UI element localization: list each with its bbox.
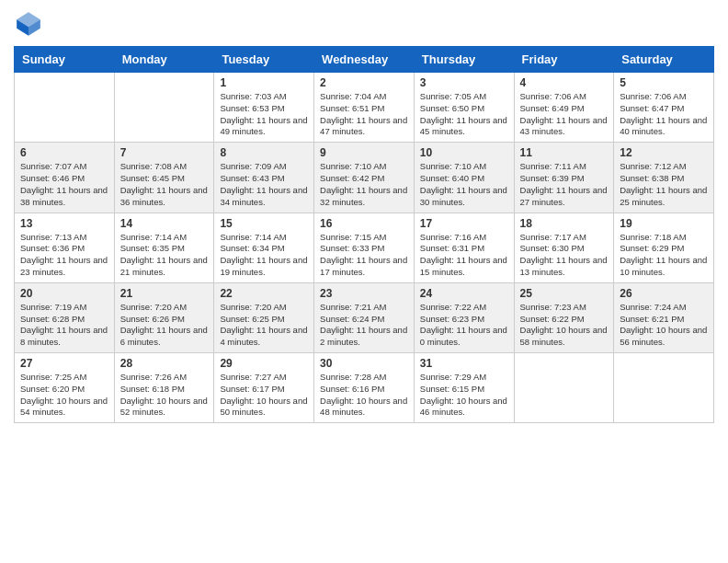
calendar-week-row: 1Sunrise: 7:03 AM Sunset: 6:53 PM Daylig… [15, 73, 714, 143]
day-info: Sunrise: 7:17 AM Sunset: 6:30 PM Dayligh… [520, 232, 609, 279]
day-number: 9 [320, 146, 408, 159]
day-number: 24 [420, 287, 508, 300]
calendar-day-cell: 2Sunrise: 7:04 AM Sunset: 6:51 PM Daylig… [314, 73, 415, 143]
calendar-day-cell: 27Sunrise: 7:25 AM Sunset: 6:20 PM Dayli… [15, 353, 115, 423]
calendar-day-cell: 15Sunrise: 7:14 AM Sunset: 6:34 PM Dayli… [214, 213, 314, 282]
day-number: 5 [620, 76, 708, 89]
day-number: 31 [420, 357, 508, 370]
day-number: 18 [520, 217, 609, 230]
calendar-day-cell: 26Sunrise: 7:24 AM Sunset: 6:21 PM Dayli… [614, 282, 714, 352]
calendar-day-cell: 25Sunrise: 7:23 AM Sunset: 6:22 PM Dayli… [514, 282, 614, 352]
logo [14, 9, 45, 39]
day-number: 4 [520, 76, 609, 89]
day-number: 3 [420, 76, 508, 89]
day-info: Sunrise: 7:20 AM Sunset: 6:25 PM Dayligh… [220, 302, 308, 349]
calendar-header-row: SundayMondayTuesdayWednesdayThursdayFrid… [15, 47, 714, 73]
calendar-day-cell: 1Sunrise: 7:03 AM Sunset: 6:53 PM Daylig… [214, 73, 314, 143]
day-number: 30 [320, 357, 408, 370]
day-info: Sunrise: 7:10 AM Sunset: 6:40 PM Dayligh… [420, 161, 508, 208]
day-number: 1 [220, 76, 308, 89]
day-info: Sunrise: 7:05 AM Sunset: 6:50 PM Dayligh… [420, 91, 508, 138]
day-info: Sunrise: 7:09 AM Sunset: 6:43 PM Dayligh… [220, 161, 308, 208]
calendar-week-row: 6Sunrise: 7:07 AM Sunset: 6:46 PM Daylig… [15, 143, 714, 213]
day-number: 28 [120, 357, 209, 370]
day-number: 15 [220, 217, 308, 230]
day-number: 12 [620, 146, 708, 159]
day-number: 20 [20, 287, 108, 300]
day-info: Sunrise: 7:04 AM Sunset: 6:51 PM Dayligh… [320, 91, 408, 138]
calendar-day-cell: 19Sunrise: 7:18 AM Sunset: 6:29 PM Dayli… [614, 213, 714, 282]
calendar-day-cell [514, 353, 614, 423]
day-info: Sunrise: 7:16 AM Sunset: 6:31 PM Dayligh… [420, 232, 508, 279]
day-number: 7 [120, 146, 209, 159]
calendar-week-row: 27Sunrise: 7:25 AM Sunset: 6:20 PM Dayli… [15, 353, 714, 423]
calendar-day-cell: 24Sunrise: 7:22 AM Sunset: 6:23 PM Dayli… [414, 282, 514, 352]
day-number: 17 [420, 217, 508, 230]
day-info: Sunrise: 7:10 AM Sunset: 6:42 PM Dayligh… [320, 161, 408, 208]
day-info: Sunrise: 7:25 AM Sunset: 6:20 PM Dayligh… [20, 372, 108, 419]
day-number: 11 [520, 146, 609, 159]
calendar-day-header: Monday [114, 47, 214, 73]
day-info: Sunrise: 7:20 AM Sunset: 6:26 PM Dayligh… [120, 302, 209, 349]
day-number: 13 [20, 217, 108, 230]
calendar-day-cell: 10Sunrise: 7:10 AM Sunset: 6:40 PM Dayli… [414, 143, 514, 213]
calendar-day-cell: 16Sunrise: 7:15 AM Sunset: 6:33 PM Dayli… [314, 213, 415, 282]
day-number: 23 [320, 287, 408, 300]
calendar-day-cell: 21Sunrise: 7:20 AM Sunset: 6:26 PM Dayli… [114, 282, 214, 352]
calendar-day-header: Sunday [15, 47, 115, 73]
day-info: Sunrise: 7:26 AM Sunset: 6:18 PM Dayligh… [120, 372, 209, 419]
day-info: Sunrise: 7:14 AM Sunset: 6:34 PM Dayligh… [220, 232, 308, 279]
header [14, 9, 714, 39]
calendar-table: SundayMondayTuesdayWednesdayThursdayFrid… [14, 46, 714, 423]
calendar-day-cell: 9Sunrise: 7:10 AM Sunset: 6:42 PM Daylig… [314, 143, 415, 213]
calendar-day-cell: 31Sunrise: 7:29 AM Sunset: 6:15 PM Dayli… [414, 353, 514, 423]
day-info: Sunrise: 7:11 AM Sunset: 6:39 PM Dayligh… [520, 161, 609, 208]
day-info: Sunrise: 7:14 AM Sunset: 6:35 PM Dayligh… [120, 232, 209, 279]
day-number: 22 [220, 287, 308, 300]
day-info: Sunrise: 7:12 AM Sunset: 6:38 PM Dayligh… [620, 161, 708, 208]
calendar-day-header: Saturday [614, 47, 714, 73]
calendar-day-cell: 23Sunrise: 7:21 AM Sunset: 6:24 PM Dayli… [314, 282, 415, 352]
day-info: Sunrise: 7:24 AM Sunset: 6:21 PM Dayligh… [620, 302, 708, 349]
calendar-day-cell: 22Sunrise: 7:20 AM Sunset: 6:25 PM Dayli… [214, 282, 314, 352]
calendar-day-cell: 28Sunrise: 7:26 AM Sunset: 6:18 PM Dayli… [114, 353, 214, 423]
calendar-day-header: Thursday [414, 47, 514, 73]
day-number: 21 [120, 287, 209, 300]
calendar-day-cell: 11Sunrise: 7:11 AM Sunset: 6:39 PM Dayli… [514, 143, 614, 213]
day-number: 8 [220, 146, 308, 159]
day-info: Sunrise: 7:28 AM Sunset: 6:16 PM Dayligh… [320, 372, 408, 419]
calendar-day-cell: 6Sunrise: 7:07 AM Sunset: 6:46 PM Daylig… [15, 143, 115, 213]
page: SundayMondayTuesdayWednesdayThursdayFrid… [0, 0, 728, 563]
day-info: Sunrise: 7:06 AM Sunset: 6:47 PM Dayligh… [620, 91, 708, 138]
day-number: 29 [220, 357, 308, 370]
calendar-day-cell: 18Sunrise: 7:17 AM Sunset: 6:30 PM Dayli… [514, 213, 614, 282]
day-number: 27 [20, 357, 108, 370]
day-number: 26 [620, 287, 708, 300]
day-info: Sunrise: 7:03 AM Sunset: 6:53 PM Dayligh… [220, 91, 308, 138]
calendar-day-cell: 17Sunrise: 7:16 AM Sunset: 6:31 PM Dayli… [414, 213, 514, 282]
calendar-day-header: Friday [514, 47, 614, 73]
calendar-day-cell: 12Sunrise: 7:12 AM Sunset: 6:38 PM Dayli… [614, 143, 714, 213]
calendar-day-cell: 13Sunrise: 7:13 AM Sunset: 6:36 PM Dayli… [15, 213, 115, 282]
day-number: 2 [320, 76, 408, 89]
logo-icon [14, 9, 43, 39]
calendar-day-cell: 7Sunrise: 7:08 AM Sunset: 6:45 PM Daylig… [114, 143, 214, 213]
day-info: Sunrise: 7:13 AM Sunset: 6:36 PM Dayligh… [20, 232, 108, 279]
calendar-week-row: 20Sunrise: 7:19 AM Sunset: 6:28 PM Dayli… [15, 282, 714, 352]
calendar-day-cell [15, 73, 115, 143]
day-info: Sunrise: 7:18 AM Sunset: 6:29 PM Dayligh… [620, 232, 708, 279]
calendar-day-header: Wednesday [314, 47, 415, 73]
calendar-day-cell: 4Sunrise: 7:06 AM Sunset: 6:49 PM Daylig… [514, 73, 614, 143]
calendar-day-header: Tuesday [214, 47, 314, 73]
day-number: 6 [20, 146, 108, 159]
calendar-day-cell: 3Sunrise: 7:05 AM Sunset: 6:50 PM Daylig… [414, 73, 514, 143]
day-info: Sunrise: 7:08 AM Sunset: 6:45 PM Dayligh… [120, 161, 209, 208]
calendar-day-cell: 20Sunrise: 7:19 AM Sunset: 6:28 PM Dayli… [15, 282, 115, 352]
calendar-day-cell: 30Sunrise: 7:28 AM Sunset: 6:16 PM Dayli… [314, 353, 415, 423]
calendar-week-row: 13Sunrise: 7:13 AM Sunset: 6:36 PM Dayli… [15, 213, 714, 282]
day-number: 25 [520, 287, 609, 300]
calendar-day-cell [114, 73, 214, 143]
calendar-day-cell: 8Sunrise: 7:09 AM Sunset: 6:43 PM Daylig… [214, 143, 314, 213]
day-number: 10 [420, 146, 508, 159]
day-info: Sunrise: 7:29 AM Sunset: 6:15 PM Dayligh… [420, 372, 508, 419]
